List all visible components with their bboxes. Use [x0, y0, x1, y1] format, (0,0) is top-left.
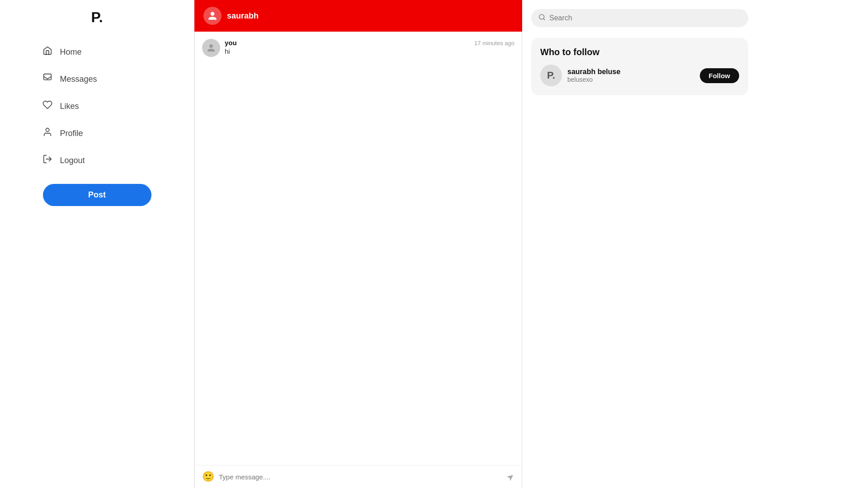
- suggestion-name: saurabh beluse: [567, 68, 694, 76]
- right-panel: Who to follow P. saurabh beluse belusexo…: [522, 0, 868, 488]
- home-icon: [41, 46, 54, 58]
- sidebar-item-likes[interactable]: Likes: [34, 94, 160, 119]
- search-input[interactable]: [549, 14, 741, 22]
- who-to-follow-title: Who to follow: [540, 47, 739, 57]
- chat-header-username: saurabh: [227, 11, 259, 21]
- sidebar-item-home[interactable]: Home: [34, 39, 160, 65]
- message-input-bar: 🙂 ➤: [194, 465, 522, 488]
- post-button[interactable]: Post: [43, 184, 151, 206]
- message-input[interactable]: [219, 473, 502, 481]
- search-box: [531, 9, 748, 27]
- svg-point-1: [46, 128, 49, 131]
- nav-menu: HomeMessagesLikesProfileLogout: [34, 39, 160, 175]
- logout-icon: [41, 154, 54, 167]
- logout-label: Logout: [60, 156, 85, 165]
- sidebar: P. HomeMessagesLikesProfileLogout Post: [0, 0, 194, 488]
- sidebar-item-messages[interactable]: Messages: [34, 66, 160, 92]
- profile-icon: [41, 127, 54, 140]
- suggestion-info: saurabh beluse belusexo: [567, 68, 694, 83]
- home-label: Home: [60, 47, 82, 57]
- messages-list: you 17 minutes ago hi: [194, 32, 522, 465]
- message-avatar: [202, 39, 220, 57]
- suggestion-handle: belusexo: [567, 76, 694, 83]
- message-sender: you: [225, 39, 237, 47]
- svg-line-4: [543, 19, 545, 20]
- suggestions-list: P. saurabh beluse belusexo Follow: [540, 65, 739, 86]
- message-content: you 17 minutes ago hi: [225, 39, 514, 55]
- emoji-icon[interactable]: 🙂: [202, 471, 214, 483]
- sidebar-item-profile[interactable]: Profile: [34, 121, 160, 146]
- messages-label: Messages: [60, 75, 97, 84]
- send-icon[interactable]: ➤: [504, 470, 517, 483]
- follow-button[interactable]: Follow: [700, 68, 740, 83]
- message-item: you 17 minutes ago hi: [202, 39, 514, 57]
- chat-header: saurabh: [194, 0, 522, 32]
- suggestion-avatar: P.: [540, 65, 562, 86]
- likes-icon: [41, 100, 54, 113]
- who-to-follow-section: Who to follow P. saurabh beluse belusexo…: [531, 38, 748, 95]
- app-logo: P.: [91, 9, 103, 26]
- sidebar-item-logout[interactable]: Logout: [34, 148, 160, 173]
- search-icon: [538, 14, 546, 23]
- message-time: 17 minutes ago: [474, 40, 514, 47]
- chat-panel: saurabh you 17 minutes ago hi 🙂 ➤: [194, 0, 522, 488]
- message-text: hi: [225, 47, 514, 55]
- follow-suggestion-item: P. saurabh beluse belusexo Follow: [540, 65, 739, 86]
- likes-label: Likes: [60, 102, 79, 111]
- chat-header-avatar: [203, 7, 222, 25]
- profile-label: Profile: [60, 129, 83, 138]
- messages-icon: [41, 73, 54, 85]
